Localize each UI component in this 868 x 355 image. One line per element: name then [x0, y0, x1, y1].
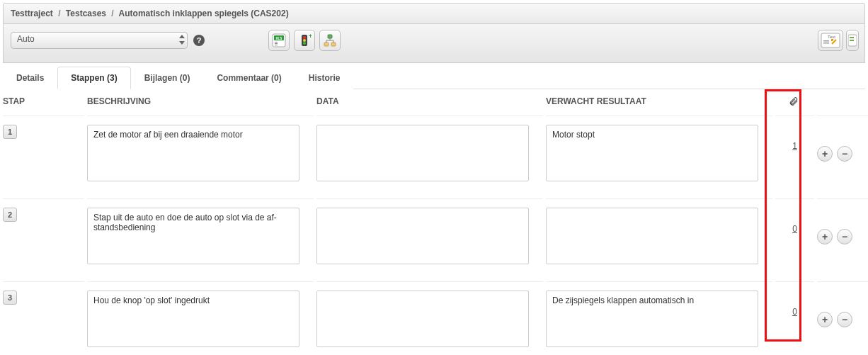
col-header-attachment — [775, 89, 814, 116]
svg-rect-7 — [275, 45, 278, 45]
traffic-light-icon: + — [297, 33, 312, 47]
step-description-cell: Stap uit de auto en doe de auto op slot … — [87, 199, 314, 282]
description-input[interactable]: Stap uit de auto en doe de auto op slot … — [87, 208, 299, 264]
svg-point-9 — [303, 36, 306, 39]
tab-commentaar[interactable]: Commentaar (0) — [203, 67, 295, 89]
step-attachment-cell: 0 — [775, 282, 814, 355]
description-input[interactable]: Zet de motor af bij een draaiende motor — [87, 125, 299, 181]
breadcrumb-level-1[interactable]: Testtraject — [11, 9, 53, 18]
step-data-cell — [316, 116, 543, 199]
partial-icon — [848, 33, 857, 47]
step-expected-cell: De zijspiegels klappen automatisch in — [546, 282, 772, 355]
expected-input[interactable] — [546, 208, 758, 264]
breadcrumb: Testtraject / Testcases / Automatisch in… — [3, 3, 865, 24]
step-description-cell: Hou de knop 'op slot' ingedrukt — [87, 282, 314, 355]
export-xls-button[interactable]: XLS — [268, 30, 290, 51]
paperclip-icon — [789, 96, 799, 106]
description-input[interactable]: Hou de knop 'op slot' ingedrukt — [87, 291, 299, 347]
svg-marker-1 — [179, 41, 185, 45]
add-step-button[interactable]: + — [817, 229, 833, 244]
step-expected-cell — [546, 199, 772, 282]
tree-icon — [323, 33, 337, 47]
step-data-cell — [316, 199, 543, 282]
tree-structure-button[interactable] — [319, 30, 341, 51]
step-number-badge[interactable]: 3 — [3, 291, 17, 305]
test-run-button[interactable]: Test — [818, 30, 843, 51]
step-actions-cell: + − — [817, 116, 868, 199]
step-attachment-cell: 0 — [775, 199, 814, 282]
tab-historie[interactable]: Historie — [295, 67, 354, 89]
step-number-cell: 2 — [3, 199, 84, 282]
mode-select[interactable]: Auto — [11, 32, 188, 49]
step-actions-cell: + − — [817, 282, 868, 355]
step-description-cell: Zet de motor af bij een draaiende motor — [87, 116, 314, 199]
expected-input[interactable]: Motor stopt — [546, 125, 758, 181]
test-icon: Test — [821, 33, 840, 48]
stepper-arrows-icon — [179, 34, 185, 45]
step-number-cell: 1 — [3, 116, 84, 199]
xls-icon: XLS — [272, 33, 286, 47]
col-header-step: STAP — [3, 89, 84, 116]
data-input[interactable] — [316, 125, 529, 181]
step-number-badge[interactable]: 1 — [3, 125, 17, 139]
svg-rect-5 — [275, 42, 278, 43]
attachment-count-link[interactable]: 0 — [792, 224, 797, 234]
col-header-actions — [817, 89, 868, 116]
expected-input[interactable]: De zijspiegels klappen automatisch in — [546, 291, 758, 347]
add-step-button[interactable]: + — [817, 146, 833, 162]
tab-details[interactable]: Details — [3, 67, 57, 89]
step-attachment-cell: 1 — [775, 116, 814, 199]
remove-step-button[interactable]: − — [837, 312, 852, 327]
traffic-light-button[interactable]: + — [294, 30, 315, 51]
svg-text:+: + — [309, 33, 312, 40]
col-header-expected: VERWACHT RESULTAAT — [546, 89, 772, 116]
help-icon[interactable]: ? — [193, 35, 205, 46]
attachment-count-link[interactable]: 0 — [792, 307, 797, 317]
toolbar-right-extra-button[interactable] — [846, 30, 859, 51]
breadcrumb-level-3[interactable]: Automatisch inklappen spiegels (CAS202) — [119, 9, 289, 18]
svg-rect-22 — [823, 40, 829, 42]
breadcrumb-separator: / — [58, 9, 60, 18]
remove-step-button[interactable]: − — [837, 146, 852, 162]
svg-point-10 — [303, 39, 306, 42]
tab-bijlagen[interactable]: Bijlagen (0) — [131, 67, 204, 89]
svg-rect-26 — [850, 40, 854, 41]
data-input[interactable] — [316, 208, 529, 264]
svg-point-11 — [303, 42, 306, 45]
step-data-cell — [316, 282, 543, 355]
mode-select-value: Auto — [17, 34, 35, 44]
add-step-button[interactable]: + — [817, 312, 833, 327]
svg-rect-25 — [850, 37, 854, 38]
svg-rect-15 — [331, 43, 336, 46]
tab-steps[interactable]: Stappen (3) — [57, 67, 130, 89]
remove-step-button[interactable]: − — [837, 229, 852, 244]
breadcrumb-level-2[interactable]: Testcases — [66, 9, 106, 18]
data-input[interactable] — [316, 291, 529, 347]
svg-rect-6 — [275, 43, 278, 44]
svg-rect-14 — [324, 43, 329, 46]
col-header-description: BESCHRIJVING — [87, 89, 314, 116]
breadcrumb-separator: / — [111, 9, 113, 18]
step-number-cell: 3 — [3, 282, 84, 355]
col-header-data: DATA — [316, 89, 543, 116]
step-expected-cell: Motor stopt — [546, 116, 772, 199]
steps-grid: STAP BESCHRIJVING DATA VERWACHT RESULTAA… — [3, 89, 865, 355]
svg-text:Test: Test — [828, 35, 835, 39]
step-number-badge[interactable]: 2 — [3, 208, 17, 222]
attachment-count-link[interactable]: 1 — [792, 141, 797, 151]
svg-rect-13 — [328, 35, 332, 38]
svg-marker-0 — [179, 35, 185, 38]
svg-rect-23 — [823, 43, 829, 44]
step-actions-cell: + − — [817, 199, 868, 282]
toolbar: Auto ? XLS + — [3, 24, 865, 63]
svg-text:XLS: XLS — [276, 37, 282, 40]
tabs: Details Stappen (3) Bijlagen (0) Comment… — [3, 66, 865, 89]
